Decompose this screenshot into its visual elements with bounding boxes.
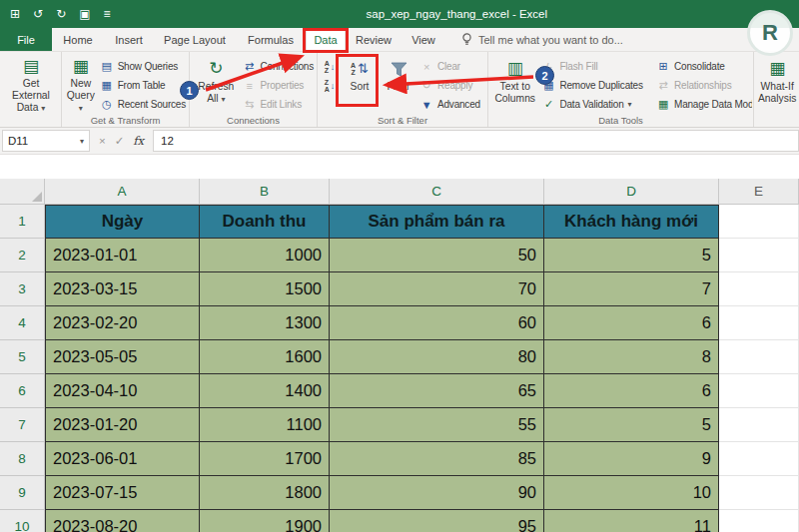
tab-data[interactable]: Data [306,28,346,51]
tab-home[interactable]: Home [52,28,104,51]
properties-button[interactable]: ≡Properties [241,77,316,94]
data-cell[interactable]: 65 [330,374,544,408]
new-query-button[interactable]: ▦ New Query ▾ [64,54,98,114]
enter-formula-icon[interactable]: ✓ [115,134,125,148]
data-cell[interactable]: 50 [330,239,544,272]
edit-links-button[interactable]: ⇆Edit Links [241,96,316,113]
data-cell[interactable]: 1300 [200,306,330,340]
formula-input[interactable]: 12 [153,130,799,152]
data-cell[interactable]: 2023-08-20 [45,510,200,532]
data-cell[interactable]: 6 [544,374,719,408]
data-cell[interactable]: 2023-04-10 [45,374,200,408]
column-header-e[interactable]: E [719,179,799,205]
tab-review[interactable]: Review [346,28,401,51]
filter-button[interactable]: Filter [380,54,417,114]
empty-cell[interactable] [719,340,799,374]
advanced-filter-button[interactable]: ▼Advanced [417,96,482,113]
data-cell[interactable]: Sản phẩm bán ra [330,205,544,239]
recent-sources-button[interactable]: ◷Recent Sources [98,96,188,113]
data-cell[interactable]: Ngày [45,205,200,239]
data-cell[interactable]: Khách hàng mới [544,205,719,239]
what-if-analysis-button[interactable]: ▦ What-If Analysis [756,54,798,114]
row-header[interactable]: 9 [0,476,45,510]
data-cell[interactable]: 9 [544,442,719,476]
data-cell[interactable]: 5 [544,239,719,272]
row-header[interactable]: 1 [0,205,45,239]
remove-duplicates-button[interactable]: ▦Remove Duplicates [539,77,654,94]
data-cell[interactable]: 7 [544,272,719,306]
data-cell[interactable]: 2023-03-15 [45,272,200,306]
data-cell[interactable]: 2023-02-20 [45,306,200,340]
data-cell[interactable]: 6 [544,306,719,340]
data-cell[interactable]: 1800 [200,476,330,510]
sort-button[interactable]: AZ ⇅ Sort [340,54,380,114]
reapply-button[interactable]: ↻Reapply [417,77,482,94]
data-cell[interactable]: 2023-07-15 [45,476,200,510]
row-header[interactable]: 8 [0,442,45,476]
row-header[interactable]: 7 [0,408,45,442]
name-box[interactable]: D11 ▾ [2,130,90,152]
flash-fill-button[interactable]: ϟFlash Fill [539,58,654,75]
empty-cell[interactable] [719,205,799,239]
row-header[interactable]: 10 [0,510,45,532]
empty-cell[interactable] [719,442,799,476]
tab-insert[interactable]: Insert [104,28,154,51]
row-header[interactable]: 4 [0,306,45,340]
text-to-columns-button[interactable]: ▥ Text to Columns [490,54,539,114]
redo-icon[interactable]: ↻ [56,8,66,20]
row-header[interactable]: 3 [0,272,45,306]
consolidate-button[interactable]: ⊞Consolidate [654,58,752,75]
column-header-b[interactable]: B [200,179,330,205]
tell-me-box[interactable]: Tell me what you want to do... [461,28,623,51]
data-cell[interactable]: 1100 [200,408,330,442]
show-queries-button[interactable]: ▤Show Queries [98,58,188,75]
insert-function-icon[interactable]: fx [133,134,144,148]
data-cell[interactable]: 2023-06-01 [45,442,200,476]
data-cell[interactable]: 8 [544,340,719,374]
data-cell[interactable]: 1500 [200,272,330,306]
customize-toolbar-icon[interactable]: ≡ [104,8,111,20]
row-header[interactable]: 5 [0,340,45,374]
manage-data-model-button[interactable]: ▦Manage Data Model [654,96,752,113]
data-cell[interactable]: 1000 [200,239,330,272]
data-validation-button[interactable]: ✓Data Validation▾ [539,96,654,113]
empty-cell[interactable] [719,510,799,532]
data-cell[interactable]: 80 [330,340,544,374]
tab-page-layout[interactable]: Page Layout [154,28,236,51]
refresh-all-button[interactable]: ↻ Refresh All ▾ [192,54,241,114]
empty-cell[interactable] [719,408,799,442]
empty-cell[interactable] [719,374,799,408]
row-header[interactable]: 6 [0,374,45,408]
column-header-a[interactable]: A [45,179,200,205]
tab-view[interactable]: View [401,28,445,51]
from-table-button[interactable]: ▦From Table [98,77,188,94]
save-icon[interactable]: ▣ [79,8,90,20]
data-cell[interactable]: 85 [330,442,544,476]
empty-cell[interactable] [719,476,799,510]
data-cell[interactable]: 1900 [200,510,330,532]
empty-cell[interactable] [719,272,799,306]
cancel-formula-icon[interactable]: × [99,135,106,147]
data-cell[interactable]: 95 [330,510,544,532]
empty-cell[interactable] [719,239,799,272]
tab-file[interactable]: File [0,28,52,51]
connections-button[interactable]: ⇄Connections [241,58,316,75]
data-cell[interactable]: 10 [544,476,719,510]
data-cell[interactable]: 1700 [200,442,330,476]
data-cell[interactable]: Doanh thu [200,205,330,239]
select-all-corner[interactable] [0,179,45,205]
column-header-d[interactable]: D [544,179,719,205]
data-cell[interactable]: 70 [330,272,544,306]
data-cell[interactable]: 90 [330,476,544,510]
data-cell[interactable]: 55 [330,408,544,442]
row-header[interactable]: 2 [0,239,45,272]
data-cell[interactable]: 2023-01-01 [45,239,200,272]
data-cell[interactable]: 60 [330,306,544,340]
data-cell[interactable]: 11 [544,510,719,532]
sort-az-button[interactable]: AZ ↓ [320,59,340,75]
data-cell[interactable]: 5 [544,408,719,442]
clear-filter-button[interactable]: ×Clear [417,58,482,75]
tab-formulas[interactable]: Formulas [236,28,306,51]
data-cell[interactable]: 2023-01-20 [45,408,200,442]
data-cell[interactable]: 2023-05-05 [45,340,200,374]
